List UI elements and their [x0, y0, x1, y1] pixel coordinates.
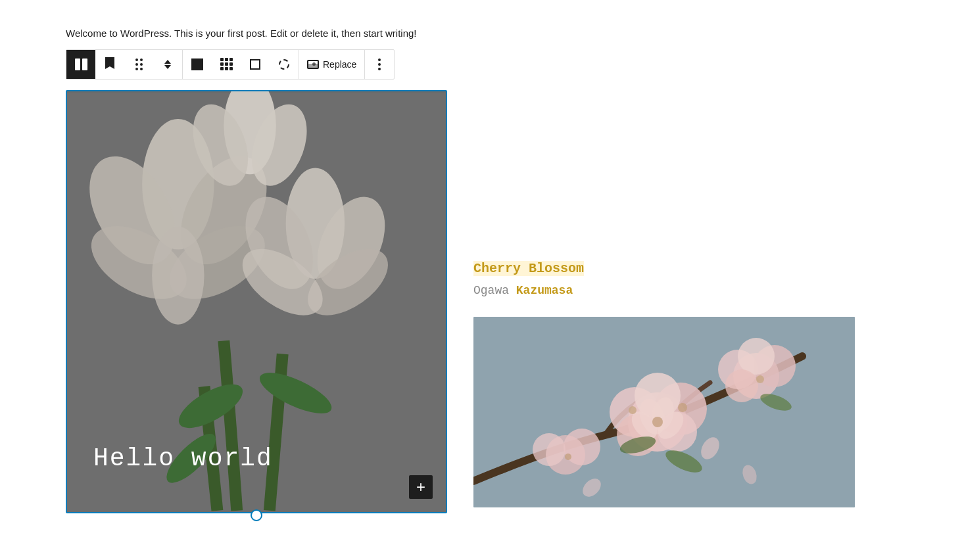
right-column: Cherry Blossom Ogawa Kazumasa: [447, 90, 896, 521]
bookmark-icon: [105, 57, 114, 72]
svg-point-35: [738, 338, 775, 375]
cherry-blossom-title: Cherry Blossom: [473, 261, 870, 284]
image-block[interactable]: Hello world +: [66, 90, 447, 513]
toolbar-btn-expand[interactable]: [241, 50, 270, 79]
grid-icon: [220, 58, 233, 70]
svg-point-9: [152, 226, 204, 324]
toolbar-btn-grid[interactable]: [212, 50, 241, 79]
svg-point-37: [756, 375, 764, 383]
second-image: [473, 317, 855, 507]
toolbar-group-replace: Replace: [299, 50, 365, 79]
move-icon: [164, 60, 171, 69]
expand-icon: [250, 59, 260, 70]
block-toolbar: Replace: [66, 49, 395, 80]
svg-point-36: [725, 369, 758, 402]
toolbar-btn-bookmark[interactable]: [95, 50, 124, 79]
toolbar-group-more: [365, 50, 394, 79]
toolbar-btn-replace[interactable]: Replace: [299, 50, 364, 79]
plus-icon: +: [416, 478, 425, 496]
cherry-blossom-svg: [473, 317, 855, 507]
toolbar-btn-arrows[interactable]: [153, 50, 182, 79]
toolbar-btn-square[interactable]: [183, 50, 212, 79]
svg-point-39: [533, 433, 565, 466]
square-icon: [191, 58, 203, 70]
svg-point-30: [629, 406, 637, 414]
toolbar-btn-columns[interactable]: [66, 50, 95, 79]
add-block-button[interactable]: +: [409, 475, 433, 499]
svg-point-31: [678, 403, 687, 412]
welcome-text: Welcome to WordPress. This is your first…: [66, 26, 896, 41]
toolbar-btn-more[interactable]: [365, 50, 394, 79]
cherry-image-bg: [473, 317, 855, 507]
drag-icon: [135, 58, 143, 70]
editor-area: Welcome to WordPress. This is your first…: [0, 0, 962, 547]
columns-icon: [75, 58, 87, 70]
toolbar-btn-drag[interactable]: [124, 50, 153, 79]
columns-layout: Hello world + Cherry Blossom Ogawa Kazum…: [66, 90, 896, 521]
toolbar-btn-circle[interactable]: [270, 50, 299, 79]
author-line: Ogawa Kazumasa: [473, 284, 870, 297]
toolbar-group-align: [183, 50, 299, 79]
svg-point-29: [652, 417, 663, 427]
image-icon: [307, 60, 319, 69]
toolbar-group-type: [66, 50, 183, 79]
right-content: Cherry Blossom Ogawa Kazumasa: [473, 261, 870, 297]
circle-dashed-icon: [279, 59, 289, 70]
image-scrubber[interactable]: [251, 509, 262, 521]
cover-text: Hello world: [67, 444, 299, 512]
more-icon: [378, 58, 381, 70]
svg-point-41: [565, 454, 571, 460]
cover-image: Hello world +: [67, 91, 446, 512]
